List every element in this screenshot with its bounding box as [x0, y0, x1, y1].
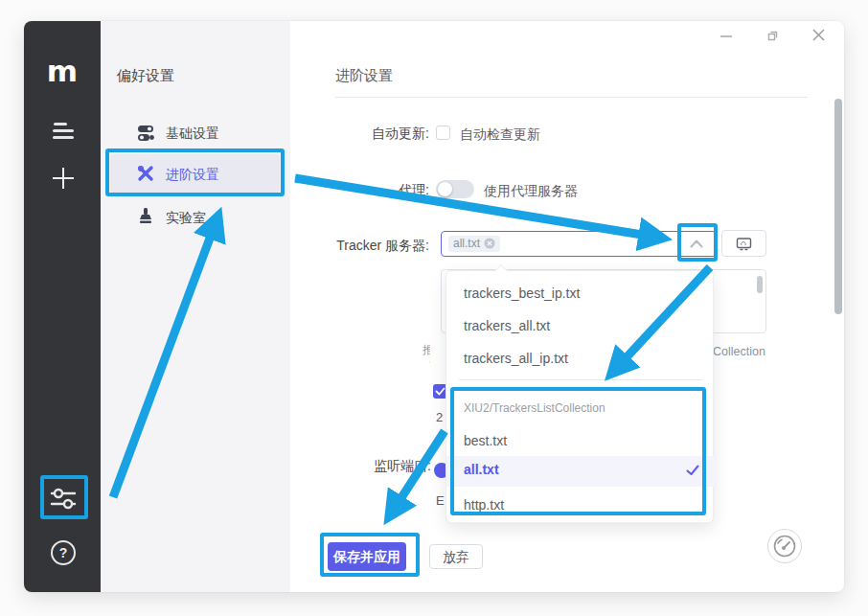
textarea-scrollbar[interactable]: [757, 276, 763, 293]
sidebar-item-basic-settings[interactable]: 基础设置: [110, 117, 281, 151]
sync-icon: [736, 237, 752, 252]
window-scrollbar[interactable]: [834, 99, 842, 314]
app-window: m ? 偏好设置 基础设置: [24, 21, 844, 592]
help-text-fragment: Collection: [713, 345, 780, 358]
auto-check-update-text: 自动检查更新: [460, 126, 540, 144]
stamp-icon: [137, 207, 154, 224]
auto-update-label: 自动更新:: [292, 125, 429, 143]
maximize-button[interactable]: [766, 29, 780, 42]
proxy-toggle[interactable]: [436, 180, 474, 198]
hidden-text-fragment: E: [436, 493, 445, 508]
dropdown-option[interactable]: trackers_all_ip.txt: [464, 342, 568, 375]
sidebar-item-lab[interactable]: 实验室: [110, 199, 281, 234]
dropdown-option[interactable]: trackers_all.txt: [464, 309, 550, 342]
help-icon[interactable]: ?: [51, 540, 76, 565]
motrix-logo: m: [24, 54, 101, 88]
annotation-box-save-button: [320, 533, 420, 577]
annotation-box-preferences-icon: [40, 475, 88, 519]
toggles-icon: [137, 124, 154, 143]
selected-tag-text: all.txt: [453, 237, 480, 250]
tracker-select[interactable]: all.txt: [441, 231, 717, 257]
dropdown-option[interactable]: trackers_best_ip.txt: [464, 277, 580, 309]
auto-check-update-checkbox[interactable]: [436, 125, 450, 140]
help-text-fragment: 〈: [423, 354, 430, 371]
sync-trackers-button[interactable]: [721, 230, 766, 257]
speed-gauge-button[interactable]: [766, 527, 803, 565]
sidebar-item-label: 实验室: [166, 210, 206, 227]
tag-remove-icon[interactable]: [484, 238, 495, 249]
preferences-panel: 偏好设置 基础设置 进阶设置: [101, 21, 290, 592]
annotation-box-dropdown-caret: [677, 223, 718, 262]
listen-port-label: 监听端口:: [292, 458, 431, 475]
selected-tag[interactable]: all.txt: [448, 236, 500, 252]
toggle-knob: [438, 182, 452, 196]
sidebar-item-label: 基础设置: [166, 125, 219, 143]
title-divider: [335, 97, 808, 98]
annotation-box-advanced-item: [105, 148, 285, 196]
close-button[interactable]: [811, 28, 826, 42]
tracker-server-label: Tracker 服务器:: [292, 238, 429, 255]
dropdown-divider: [459, 379, 702, 380]
proxy-label: 代理:: [292, 182, 429, 199]
proxy-toggle-text: 使用代理服务器: [484, 183, 578, 200]
discard-button[interactable]: 放弃: [429, 544, 483, 569]
dropdown-caret: [494, 264, 508, 278]
annotation-box-tracker-group: [450, 387, 706, 515]
panel-title: 偏好设置: [117, 67, 174, 85]
minimize-button[interactable]: [720, 35, 732, 37]
page-title: 进阶设置: [335, 67, 393, 85]
